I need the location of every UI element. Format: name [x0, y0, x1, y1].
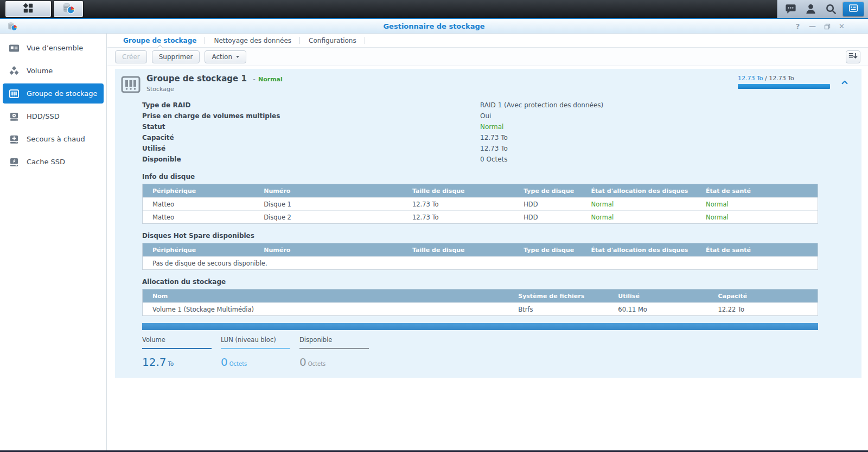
widgets-button[interactable]	[843, 2, 864, 16]
sidebar-item-overview[interactable]: Vue d’ensemble	[3, 38, 104, 58]
column-header: État de santé	[696, 247, 818, 254]
detail-row: Prise en charge de volumes multiples Oui	[115, 111, 861, 121]
delete-button[interactable]: Supprimer	[152, 50, 200, 63]
search-icon[interactable]	[821, 0, 841, 18]
storage-pool-large-icon	[120, 74, 141, 95]
storage-pool-icon	[9, 88, 20, 99]
volume-row[interactable]: Volume 1 (Stockage Multimédia) Btrfs 60.…	[143, 302, 818, 315]
pool-title: Groupe de stockage 1	[146, 74, 247, 83]
window-titlebar: Gestionnaire de stockage ? — ✕	[0, 19, 868, 34]
pool-status-badge: Normal	[258, 76, 283, 83]
chevron-up-icon	[840, 79, 849, 86]
column-header: Capacité	[708, 293, 818, 300]
allocation-section-title: Allocation du stockage	[142, 278, 818, 286]
legend-color-line	[142, 348, 212, 349]
taskbar-storage-manager-button[interactable]	[54, 1, 83, 17]
legend-value: 0	[299, 356, 307, 369]
widgets-icon	[848, 3, 859, 15]
column-header: État de santé	[696, 188, 818, 195]
legend-value: 0	[221, 356, 228, 369]
toolbar: Créer Supprimer Action	[107, 48, 868, 66]
allocation-table: Nom Système de fichiers Utilisé Capacité…	[142, 289, 818, 316]
pool-status-separator: -	[253, 76, 256, 83]
sidebar-item-volume[interactable]: Volume	[3, 61, 104, 81]
detail-row: Capacité 12.73 To	[115, 132, 861, 143]
window-title: Gestionnaire de stockage	[0, 19, 868, 34]
sidebar-item-hot-spare[interactable]: Secours à chaud	[3, 129, 104, 149]
storage-manager-window: Vue d’ensemble Volume	[0, 34, 868, 450]
column-header: État d'allocation des disques	[582, 188, 696, 195]
legend-item-available: Disponible 0Octets	[299, 336, 369, 369]
ssd-cache-icon	[9, 157, 20, 167]
sidebar-item-storage-pool[interactable]: Groupe de stockage	[3, 83, 104, 104]
column-header: Nom	[143, 293, 508, 300]
detail-row: Statut Normal	[115, 121, 861, 132]
hot-spare-table-header: Périphérique Numéro Taille de disque Typ…	[143, 243, 818, 256]
column-header: Système de fichiers	[508, 293, 608, 300]
hot-spare-table: Périphérique Numéro Taille de disque Typ…	[142, 243, 818, 270]
collapse-panel-button[interactable]	[839, 77, 851, 88]
disk-info-section-title: Info du disque	[142, 173, 818, 180]
legend-unit: To	[168, 361, 174, 367]
tab-data-scrubbing[interactable]: Nettoyage des données	[205, 34, 300, 47]
usage-used: 12.73 To	[738, 75, 763, 82]
legend-unit: Octets	[308, 361, 326, 367]
hot-spare-section-title: Disques Hot Spare disponibles	[142, 232, 818, 240]
sidebar-item-label: Volume	[27, 67, 53, 75]
notifications-chat-icon[interactable]	[781, 0, 801, 18]
hot-spare-empty-row: Pas de disque de secours disponible.	[143, 256, 818, 269]
create-button[interactable]: Créer	[115, 50, 147, 63]
volume-icon	[9, 66, 20, 76]
chevron-down-icon	[236, 56, 239, 58]
pool-subtitle: Stockage	[146, 86, 738, 93]
pool-header: Groupe de stockage 1 - Normal Stockage 1…	[115, 69, 861, 98]
empty-message: Pas de disque de secours disponible.	[143, 260, 818, 267]
pool-usage: 12.73 To / 12.73 To	[738, 75, 830, 89]
detail-row: Type de RAID RAID 1 (Avec protection des…	[115, 100, 861, 111]
pool-details: Type de RAID RAID 1 (Avec protection des…	[115, 100, 861, 165]
column-header: Taille de disque	[403, 247, 514, 254]
column-header: État d'allocation des disques	[582, 247, 696, 254]
column-header: Type de disque	[514, 247, 581, 254]
usage-progress-fill	[738, 84, 830, 89]
sidebar-item-ssd-cache[interactable]: Cache SSD	[3, 152, 104, 172]
overview-icon	[9, 43, 20, 54]
usage-divider: /	[763, 75, 769, 82]
disk-row[interactable]: Matteo Disque 1 12.73 To HDD Normal Norm…	[143, 197, 818, 210]
action-button[interactable]: Action	[205, 50, 246, 63]
disk-info-table: Périphérique Numéro Taille de disque Typ…	[142, 184, 818, 224]
restore-button[interactable]	[822, 22, 832, 31]
close-button[interactable]: ✕	[837, 22, 846, 31]
tab-bar: Groupe de stockage Nettoyage des données…	[107, 34, 868, 48]
disk-info-table-header: Périphérique Numéro Taille de disque Typ…	[143, 184, 818, 197]
usage-progress-bar	[738, 84, 830, 89]
sort-button[interactable]	[846, 50, 860, 63]
storage-manager-icon	[62, 2, 75, 16]
sort-icon	[848, 51, 858, 62]
tab-storage-pool[interactable]: Groupe de stockage	[114, 34, 205, 47]
legend-color-line	[221, 348, 290, 349]
user-account-icon[interactable]	[801, 0, 821, 18]
column-header: Utilisé	[608, 293, 708, 300]
column-header: Périphérique	[143, 247, 254, 254]
detail-row: Utilisé 12.73 To	[115, 143, 861, 154]
legend-color-line	[299, 348, 369, 349]
legend-value: 12.7	[142, 356, 167, 369]
legend-item-lun: LUN (niveau bloc) 0Octets	[221, 336, 290, 369]
column-header: Périphérique	[143, 188, 254, 195]
column-header: Taille de disque	[403, 188, 514, 195]
help-button[interactable]: ?	[793, 22, 802, 31]
sidebar-item-hdd-ssd[interactable]: HDD/SSD	[3, 106, 104, 126]
sidebar-item-label: Groupe de stockage	[27, 89, 98, 98]
main-content: Groupe de stockage Nettoyage des données…	[107, 34, 868, 450]
disk-row[interactable]: Matteo Disque 2 12.73 To HDD Normal Norm…	[143, 210, 818, 223]
main-menu-button[interactable]	[5, 1, 51, 17]
sidebar: Vue d’ensemble Volume	[0, 34, 107, 450]
legend-item-volume: Volume 12.7To	[142, 336, 212, 369]
tab-configurations[interactable]: Configurations	[300, 34, 365, 47]
sidebar-item-label: Vue d’ensemble	[27, 44, 83, 52]
minimize-button[interactable]: —	[808, 22, 817, 31]
allocation-legend: Volume 12.7To LUN (niveau bloc) 0Octets …	[142, 336, 861, 369]
usage-total: 12.73 To	[769, 75, 794, 82]
sidebar-item-label: Cache SSD	[27, 158, 65, 166]
